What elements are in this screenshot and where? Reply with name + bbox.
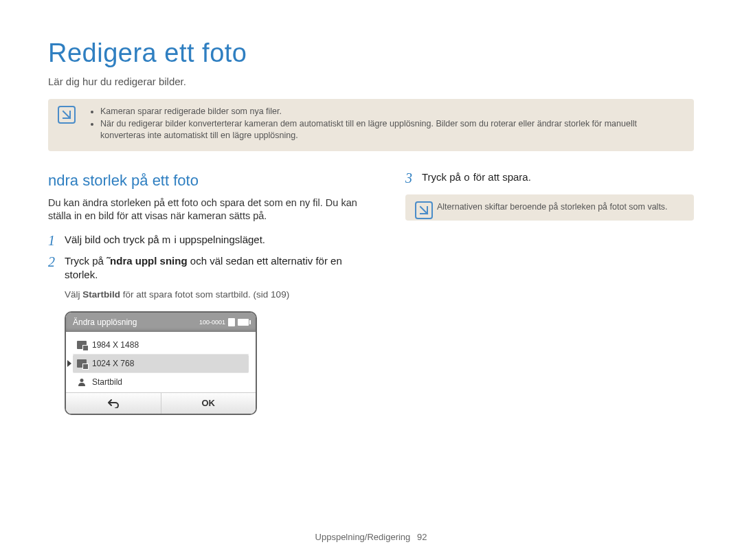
note-icon: [415, 201, 433, 219]
step-text: i uppspelningsläget.: [171, 234, 265, 245]
camera-counter: 100-0001: [199, 318, 225, 326]
camera-menu-item-label: Startbild: [92, 377, 122, 388]
page-subtitle: Lär dig hur du redigerar bilder.: [48, 75, 694, 89]
footer-section: Uppspelning/Redigering: [315, 532, 411, 542]
section-intro: Du kan ändra storleken på ett foto och s…: [48, 197, 378, 223]
key-glyph: m: [162, 234, 172, 245]
resolution-icon: [77, 341, 87, 349]
camera-menu-item-label: 1984 X 1488: [92, 339, 139, 350]
sd-card-icon: [228, 318, 235, 326]
step-2-note: Välj Startbild för att spara fotot som s…: [65, 289, 378, 301]
camera-menu-item[interactable]: Startbild: [73, 373, 249, 391]
ok-button[interactable]: OK: [161, 393, 256, 414]
camera-menu-item[interactable]: 1984 X 1488: [73, 336, 249, 355]
note-icon: [58, 106, 76, 124]
svg-point-0: [80, 379, 84, 382]
camera-menu-status: 100-0001: [199, 318, 249, 326]
section-heading: ndra storlek på ett foto: [48, 170, 378, 191]
top-note-item: När du redigerar bilder konverterterar k…: [100, 118, 683, 142]
camera-menu-header: Ändra upplösning 100-0001: [66, 313, 256, 332]
step-text: Tryck på: [422, 171, 464, 183]
step-number: 1: [48, 234, 65, 247]
step-bold: ˜ndra uppl sning: [106, 255, 188, 267]
page-title: Redigera ett foto: [48, 36, 694, 71]
battery-icon: [238, 319, 249, 326]
step-2: 2 Tryck på ˜ndra uppl sning och väl seda…: [48, 254, 378, 282]
step-text: Välj bild och tryck på: [65, 234, 162, 245]
top-note: Kameran sparar redigerade bilder som nya…: [48, 99, 694, 152]
step-1: 1 Välj bild och tryck på m i uppspelning…: [48, 233, 378, 247]
camera-menu-item[interactable]: 1024 X 768: [73, 355, 249, 373]
back-button[interactable]: [66, 393, 161, 414]
right-note: Alternativen skiftar beroende på storlek…: [405, 194, 694, 221]
step-text: för att spara.: [470, 171, 530, 183]
step-text: Tryck på: [65, 255, 106, 267]
resolution-icon: [77, 359, 87, 368]
camera-menu-title: Ändra upplösning: [73, 317, 137, 328]
camera-menu-item-label: 1024 X 768: [92, 358, 134, 369]
top-note-item: Kameran sparar redigerade bilder som nya…: [100, 106, 683, 117]
right-note-text: Alternativen skiftar beroende på storlek…: [437, 202, 668, 212]
camera-menu-list: 1984 X 1488 1024 X 768 Startbild: [66, 332, 256, 392]
step-3: 3 Tryck på o för att spara.: [405, 170, 694, 185]
startup-image-icon: [77, 377, 87, 387]
camera-menu: Ändra upplösning 100-0001 1984 X 1488 1: [65, 311, 257, 415]
page-number: 92: [417, 532, 427, 542]
page-footer: Uppspelning/Redigering 92: [0, 531, 742, 544]
step-number: 3: [405, 171, 422, 185]
camera-menu-footer: OK: [66, 392, 256, 414]
step-number: 2: [48, 255, 65, 269]
